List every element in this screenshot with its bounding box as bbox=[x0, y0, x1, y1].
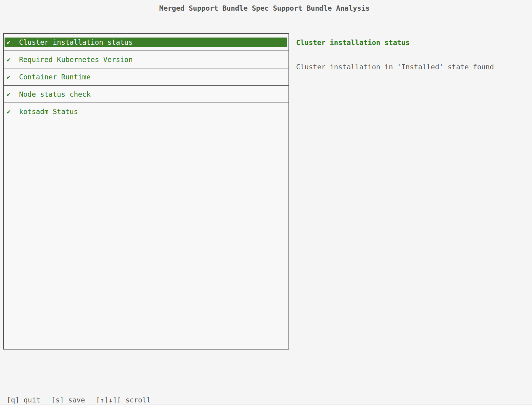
analyzer-row-content: ✔ kotsadm Status bbox=[5, 107, 287, 116]
check-icon: ✔ bbox=[7, 89, 11, 99]
analyzer-row-content: ✔ Container Runtime bbox=[5, 72, 287, 82]
bottom-edge-strip bbox=[0, 404, 532, 407]
analyzer-list: ✔ Cluster installation status ✔ Required… bbox=[4, 34, 288, 120]
analyzer-list-item[interactable]: ✔ Required Kubernetes Version bbox=[4, 51, 288, 68]
save-key-hint: [s] save bbox=[51, 396, 85, 404]
detail-result-text: Cluster installation in 'Installed' stat… bbox=[296, 63, 494, 71]
detail-heading: Cluster installation status bbox=[296, 38, 410, 47]
page-title: Merged Support Bundle Spec Support Bundl… bbox=[0, 4, 529, 12]
analyzer-label: Cluster installation status bbox=[19, 38, 133, 46]
analyzer-label: Required Kubernetes Version bbox=[19, 56, 133, 64]
scroll-key-hint: [↑]↓][ scroll bbox=[96, 396, 151, 404]
analyzer-label: Container Runtime bbox=[19, 73, 91, 81]
analyzer-label: kotsadm Status bbox=[19, 108, 78, 116]
analyzer-row-content: ✔ Cluster installation status bbox=[5, 37, 287, 47]
check-icon: ✔ bbox=[7, 37, 11, 47]
keybinding-footer: [q] quit [s] save [↑]↓][ scroll bbox=[7, 396, 151, 404]
check-icon: ✔ bbox=[7, 55, 11, 64]
analyzer-list-item[interactable]: ✔ Cluster installation status bbox=[4, 34, 288, 51]
analyzer-list-panel: ✔ Cluster installation status ✔ Required… bbox=[3, 33, 289, 350]
analyzer-list-item[interactable]: ✔ Container Runtime bbox=[4, 68, 288, 86]
analyzer-list-item[interactable]: ✔ Node status check bbox=[4, 86, 288, 103]
check-icon: ✔ bbox=[7, 72, 11, 82]
analyzer-row-content: ✔ Node status check bbox=[5, 89, 287, 99]
analyzer-row-content: ✔ Required Kubernetes Version bbox=[5, 55, 287, 64]
analyzer-label: Node status check bbox=[19, 90, 91, 98]
quit-key-hint: [q] quit bbox=[7, 396, 40, 404]
analyzer-list-item[interactable]: ✔ kotsadm Status bbox=[4, 103, 288, 120]
check-icon: ✔ bbox=[7, 107, 11, 116]
